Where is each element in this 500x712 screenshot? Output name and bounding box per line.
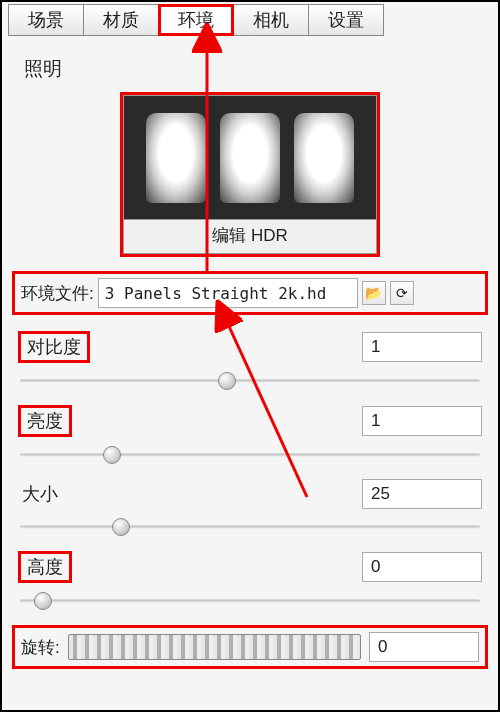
hdr-preview[interactable] <box>123 95 377 220</box>
slider-rail <box>20 600 480 603</box>
environment-panel: 照明 编辑 HDR 环境文件: 3 Panels Straight 2k.hd … <box>2 38 498 679</box>
slider-thumb[interactable] <box>103 446 121 464</box>
slider-thumb[interactable] <box>34 592 52 610</box>
height-label: 高度 <box>18 551 72 583</box>
slider-thumb[interactable] <box>112 518 130 536</box>
param-rotation: 旋转: 0 <box>12 625 488 669</box>
brightness-value-input[interactable]: 1 <box>362 406 482 436</box>
tab-label: 相机 <box>253 8 289 32</box>
size-slider[interactable] <box>20 521 480 533</box>
rotation-label: 旋转: <box>21 636 60 659</box>
env-file-input[interactable]: 3 Panels Straight 2k.hd <box>98 278 358 308</box>
size-value-input[interactable]: 25 <box>362 479 482 509</box>
param-brightness: 亮度 1 <box>12 405 488 461</box>
slider-thumb[interactable] <box>218 372 236 390</box>
hdr-preview-block: 编辑 HDR <box>120 92 380 257</box>
tab-label: 场景 <box>28 8 64 32</box>
tab-label: 材质 <box>103 8 139 32</box>
param-contrast: 对比度 1 <box>12 331 488 387</box>
brightness-slider[interactable] <box>20 449 480 461</box>
hdr-edit-button[interactable]: 编辑 HDR <box>123 220 377 254</box>
tab-material[interactable]: 材质 <box>83 4 159 36</box>
refresh-button[interactable]: ⟳ <box>390 281 414 305</box>
contrast-value-input[interactable]: 1 <box>362 332 482 362</box>
tab-bar: 场景 材质 环境 相机 设置 <box>2 2 498 38</box>
rotation-value: 0 <box>378 637 387 657</box>
contrast-value: 1 <box>371 337 380 357</box>
hdr-panel-light <box>220 113 280 203</box>
height-slider[interactable] <box>20 595 480 607</box>
refresh-icon: ⟳ <box>396 285 408 301</box>
param-size: 大小 25 <box>12 479 488 533</box>
slider-rail <box>20 380 480 383</box>
rotation-value-input[interactable]: 0 <box>369 632 479 662</box>
contrast-slider[interactable] <box>20 375 480 387</box>
slider-rail <box>20 526 480 529</box>
hdr-panel-light <box>294 113 354 203</box>
param-height: 高度 0 <box>12 551 488 607</box>
tab-scene[interactable]: 场景 <box>8 4 84 36</box>
brightness-label: 亮度 <box>18 405 72 437</box>
env-file-row: 环境文件: 3 Panels Straight 2k.hd 📂 ⟳ <box>12 271 488 315</box>
folder-icon: 📂 <box>365 285 382 301</box>
height-value-input[interactable]: 0 <box>362 552 482 582</box>
tab-camera[interactable]: 相机 <box>233 4 309 36</box>
open-file-button[interactable]: 📂 <box>362 281 386 305</box>
tab-settings[interactable]: 设置 <box>308 4 384 36</box>
size-value: 25 <box>371 484 390 504</box>
env-file-label: 环境文件: <box>21 282 94 305</box>
tab-label: 设置 <box>328 8 364 32</box>
hdr-panel-light <box>146 113 206 203</box>
tab-label: 环境 <box>178 8 214 32</box>
env-file-value: 3 Panels Straight 2k.hd <box>105 284 327 303</box>
tab-environment[interactable]: 环境 <box>158 4 234 36</box>
slider-rail <box>20 454 480 457</box>
section-lighting-title: 照明 <box>24 56 488 82</box>
size-label: 大小 <box>18 480 62 508</box>
brightness-value: 1 <box>371 411 380 431</box>
rotation-scrubber[interactable] <box>68 634 361 660</box>
height-value: 0 <box>371 557 380 577</box>
contrast-label: 对比度 <box>18 331 90 363</box>
